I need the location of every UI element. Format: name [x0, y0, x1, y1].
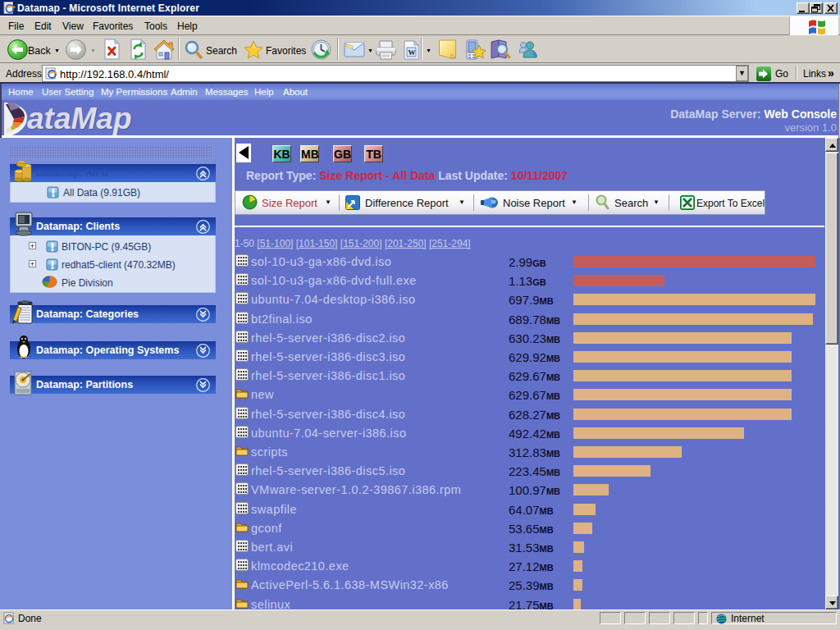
svg-text:W: W [409, 48, 416, 57]
